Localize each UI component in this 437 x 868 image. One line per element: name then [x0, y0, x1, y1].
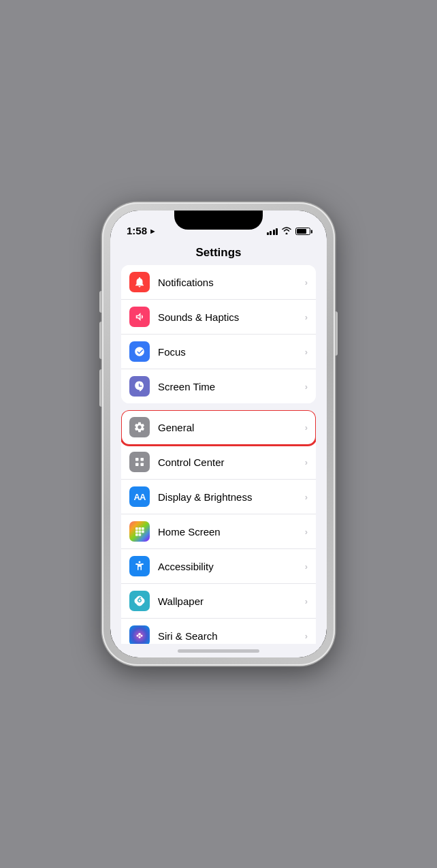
location-icon: ► — [149, 227, 157, 235]
settings-row-general[interactable]: General › — [121, 410, 316, 445]
svg-rect-11 — [139, 533, 142, 536]
svg-rect-2 — [135, 463, 139, 467]
mute-button — [99, 291, 102, 313]
svg-rect-10 — [135, 533, 138, 536]
siri-chevron: › — [305, 631, 308, 641]
settings-row-wallpaper[interactable]: Wallpaper › — [121, 584, 316, 619]
settings-row-accessibility[interactable]: Accessibility › — [121, 549, 316, 584]
home-screen-label: Home Screen — [158, 526, 305, 538]
settings-row-focus[interactable]: Focus › — [121, 335, 316, 369]
volume-down-button — [99, 369, 102, 407]
screen-time-label: Screen Time — [158, 381, 305, 392]
settings-row-screen-time[interactable]: Screen Time › — [121, 369, 316, 403]
screen-time-icon — [129, 376, 150, 397]
notifications-label: Notifications — [158, 277, 305, 288]
siri-label: Siri & Search — [158, 630, 305, 642]
svg-rect-9 — [142, 531, 144, 533]
sounds-label: Sounds & Haptics — [158, 311, 305, 323]
home-bar — [110, 644, 327, 657]
svg-point-12 — [139, 561, 141, 563]
display-label: Display & Brightness — [158, 491, 305, 503]
wallpaper-icon — [129, 591, 150, 611]
section-general: General › Control Center — [121, 410, 316, 644]
svg-point-13 — [137, 635, 139, 637]
svg-rect-7 — [135, 531, 138, 533]
volume-up-button — [99, 322, 102, 359]
control-center-chevron: › — [305, 457, 308, 467]
svg-rect-8 — [139, 531, 142, 533]
display-chevron: › — [305, 492, 308, 502]
wallpaper-chevron: › — [305, 596, 308, 606]
display-icon: AA — [129, 486, 150, 507]
accessibility-chevron: › — [305, 561, 308, 572]
svg-rect-1 — [141, 458, 144, 461]
svg-rect-4 — [135, 527, 138, 530]
control-center-icon — [129, 452, 150, 472]
status-time: 1:58 ► — [127, 225, 157, 236]
page-title: Settings — [195, 246, 241, 259]
section-notifications: Notifications › Sounds & Haptics › — [121, 265, 316, 403]
home-indicator — [178, 649, 259, 653]
wifi-icon — [281, 226, 292, 236]
status-icons — [267, 226, 311, 236]
svg-point-15 — [141, 635, 143, 637]
sounds-chevron: › — [305, 312, 308, 322]
svg-rect-0 — [135, 458, 139, 461]
settings-row-notifications[interactable]: Notifications › — [121, 265, 316, 300]
home-screen-chevron: › — [305, 527, 308, 537]
notch — [174, 211, 263, 230]
settings-row-home-screen[interactable]: Home Screen › — [121, 514, 316, 549]
phone-frame: 1:58 ► — [102, 202, 335, 666]
wallpaper-label: Wallpaper — [158, 595, 305, 607]
battery-status-icon — [295, 228, 310, 235]
screen-time-chevron: › — [305, 382, 308, 392]
siri-icon — [129, 625, 150, 644]
phone-screen: 1:58 ► — [110, 211, 327, 657]
accessibility-label: Accessibility — [158, 561, 305, 572]
settings-row-control-center[interactable]: Control Center › — [121, 445, 316, 480]
notifications-icon — [129, 272, 150, 292]
svg-point-14 — [138, 633, 141, 636]
power-button — [335, 311, 338, 356]
general-label: General — [158, 422, 305, 433]
accessibility-icon — [129, 556, 150, 576]
svg-rect-5 — [139, 527, 142, 530]
settings-row-siri[interactable]: Siri & Search › — [121, 619, 316, 644]
settings-row-sounds[interactable]: Sounds & Haptics › — [121, 300, 316, 335]
settings-row-display[interactable]: AA Display & Brightness › — [121, 480, 316, 514]
svg-rect-3 — [141, 463, 144, 467]
settings-list[interactable]: Notifications › Sounds & Haptics › — [110, 265, 327, 644]
signal-icon — [267, 228, 278, 235]
screen-content: 1:58 ► — [110, 211, 327, 657]
focus-icon — [129, 341, 150, 362]
focus-label: Focus — [158, 346, 305, 358]
control-center-label: Control Center — [158, 456, 305, 468]
notifications-chevron: › — [305, 277, 308, 288]
home-screen-icon — [129, 521, 150, 542]
svg-point-16 — [139, 636, 141, 638]
general-chevron: › — [305, 422, 308, 433]
sounds-icon — [129, 307, 150, 327]
general-icon — [129, 417, 150, 437]
svg-rect-6 — [142, 527, 144, 530]
focus-chevron: › — [305, 347, 308, 357]
status-bar: 1:58 ► — [110, 211, 327, 241]
navigation-bar: Settings — [110, 241, 327, 265]
